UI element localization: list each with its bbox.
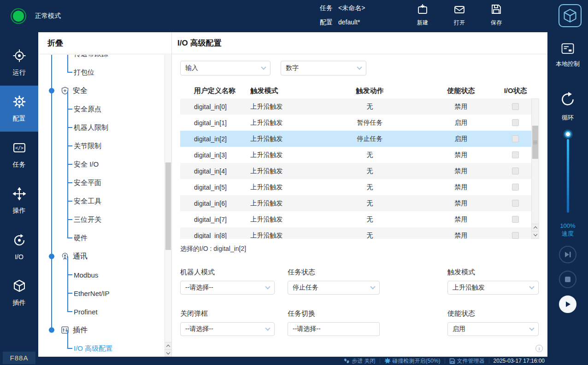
io-table: 用户定义名称 触发模式 触发动作 使能状态 I/O状态 digital_in[0…: [180, 83, 539, 239]
tree-item-plugin[interactable]: 插件: [38, 321, 165, 339]
main-body: 输入 数字 用户定义名称 触发模式 触发动作 使能状态 I/O状态: [172, 54, 547, 336]
enable-state-field: 使能状态 启用: [447, 309, 539, 336]
scroll-down-button[interactable]: [532, 231, 539, 238]
table-scrollbar[interactable]: [531, 98, 539, 239]
tree-item-hardware[interactable]: 硬件: [38, 229, 165, 247]
io-state-checkbox[interactable]: [512, 151, 519, 158]
col-header-trigger-mode: 触发模式: [250, 87, 317, 95]
tree-item-joint-limits[interactable]: 关节限制: [38, 137, 165, 155]
task-value: <未命名>: [338, 4, 365, 12]
io-state-checkbox[interactable]: [512, 103, 519, 110]
code-icon: </>: [12, 141, 26, 156]
sidebar-item-io-label: I/O: [15, 253, 24, 261]
tree-connector-line: [67, 55, 68, 63]
io-state-checkbox[interactable]: [512, 232, 519, 239]
enable-state-select[interactable]: 启用: [447, 322, 539, 336]
local-control-button[interactable]: 本地控制: [547, 42, 588, 68]
tree-item-safety-home[interactable]: 安全原点: [38, 100, 165, 118]
table-row[interactable]: digital_in[8]上升沿触发无禁用: [180, 227, 539, 239]
io-state-checkbox[interactable]: [512, 119, 519, 126]
mode-label: 正常模式: [35, 12, 61, 20]
tree-item-modbus[interactable]: Modbus: [38, 266, 165, 284]
table-row[interactable]: digital_in[0]上升沿触发无禁用: [180, 98, 539, 115]
tree-connector-line: [67, 91, 68, 100]
io-type-select[interactable]: 数字: [281, 61, 366, 75]
tree-item-safety[interactable]: 安全: [38, 81, 165, 100]
chevron-down-icon: [265, 284, 270, 289]
close-popup-select[interactable]: --请选择--: [180, 322, 275, 336]
tree-item-pack-position[interactable]: 打包位: [38, 63, 165, 81]
tree-item-safety-tool[interactable]: 安全工具: [38, 192, 165, 210]
chevron-down-icon: [166, 351, 170, 354]
tree-item-safety-io[interactable]: 安全 I/O: [38, 155, 165, 174]
table-scrollbar-thumb[interactable]: [532, 126, 538, 159]
open-file-icon: [453, 3, 465, 17]
scroll-up-button[interactable]: [165, 342, 171, 349]
divider: [489, 359, 489, 364]
table-row-selected[interactable]: digital_in[2]上升沿触发停止任务启用: [180, 131, 539, 147]
tree-item-conveyor-tracking[interactable]: 传送带跟踪: [38, 55, 165, 63]
robot-mode-select[interactable]: --请选择--: [180, 281, 275, 295]
tree-scrollbar[interactable]: [165, 55, 171, 357]
info-icon[interactable]: i: [535, 345, 543, 352]
trigger-mode-select[interactable]: 上升沿触发: [447, 281, 539, 295]
speed-slider-thumb[interactable]: [564, 131, 571, 138]
table-row[interactable]: digital_in[3]上升沿触发无禁用: [180, 147, 539, 163]
sidebar-item-io[interactable]: I/O: [0, 224, 38, 270]
function-badge[interactable]: F88A: [3, 352, 35, 364]
trigger-form-row-1: 机器人模式 --请选择-- 任务状态 停止任务 触发模式: [180, 268, 539, 295]
sidebar-item-config[interactable]: 配置: [0, 86, 38, 132]
save-button[interactable]: 保存: [482, 3, 511, 27]
io-state-checkbox[interactable]: [512, 135, 519, 142]
step-status[interactable]: 步进 关闭: [343, 357, 375, 365]
tree-collapse-header[interactable]: 折叠: [38, 32, 171, 54]
speed-slider[interactable]: [547, 131, 588, 213]
scroll-up-button[interactable]: [532, 224, 539, 231]
sidebar-item-config-label: 配置: [13, 115, 26, 123]
io-state-checkbox[interactable]: [512, 216, 519, 223]
file-manager-button[interactable]: 文件管理器: [449, 357, 485, 365]
table-row[interactable]: digital_in[5]上升沿触发无禁用: [180, 179, 539, 195]
collision-detection-status[interactable]: 碰撞检测开启(50%): [384, 357, 441, 365]
tree-scrollbar-thumb[interactable]: [165, 162, 171, 250]
loop-button[interactable]: 循环: [547, 90, 588, 122]
sidebar-item-operate[interactable]: 操作: [0, 178, 38, 224]
brand-logo: [559, 4, 582, 27]
chevron-down-icon: [370, 284, 375, 289]
task-state-select[interactable]: 停止任务: [288, 281, 380, 295]
task-switch-input[interactable]: --请选择--: [288, 322, 380, 336]
divider: [445, 359, 445, 364]
tree-item-robot-limits[interactable]: 机器人限制: [38, 118, 165, 137]
tree-connector-stub: [67, 274, 72, 275]
tree-item-three-position-switch[interactable]: 三位开关: [38, 210, 165, 229]
open-button[interactable]: 打开: [445, 3, 474, 27]
tree-connector-stub: [67, 145, 72, 146]
io-filters: 输入 数字: [180, 61, 539, 75]
speed-slider-track[interactable]: [567, 139, 569, 213]
new-button[interactable]: 新建: [408, 3, 437, 27]
chevron-down-icon: [529, 284, 534, 289]
disk-icon: [449, 358, 455, 364]
sidebar-item-task[interactable]: </> 任务: [0, 132, 38, 178]
table-row[interactable]: digital_in[4]上升沿触发无禁用: [180, 163, 539, 179]
chevron-down-icon: [529, 325, 534, 330]
stop-button[interactable]: [559, 271, 576, 288]
tree-item-profinet[interactable]: Profinet: [38, 302, 165, 321]
table-row[interactable]: digital_in[1]上升沿触发暂停任务启用: [180, 115, 539, 131]
tree-item-safety-plane[interactable]: 安全平面: [38, 174, 165, 192]
table-row[interactable]: digital_in[7]上升沿触发无禁用: [180, 211, 539, 227]
play-button[interactable]: [559, 295, 576, 313]
tree-item-ethernet-ip[interactable]: EtherNet/IP: [38, 284, 165, 302]
io-state-checkbox[interactable]: [512, 168, 519, 174]
new-file-icon: [417, 3, 429, 17]
step-forward-button[interactable]: [559, 246, 576, 263]
scroll-down-button[interactable]: [165, 349, 171, 357]
tree-item-communication[interactable]: 通讯: [38, 247, 165, 266]
table-row[interactable]: digital_in[6]上升沿触发无禁用: [180, 195, 539, 211]
sidebar-item-run[interactable]: 运行: [0, 40, 38, 86]
io-state-checkbox[interactable]: [512, 200, 519, 207]
io-state-checkbox[interactable]: [512, 184, 519, 191]
sidebar-item-plugin[interactable]: 插件: [0, 270, 38, 316]
tree-item-io-advanced-config[interactable]: I/O 高级配置: [38, 339, 165, 357]
io-direction-select[interactable]: 输入: [180, 61, 270, 75]
